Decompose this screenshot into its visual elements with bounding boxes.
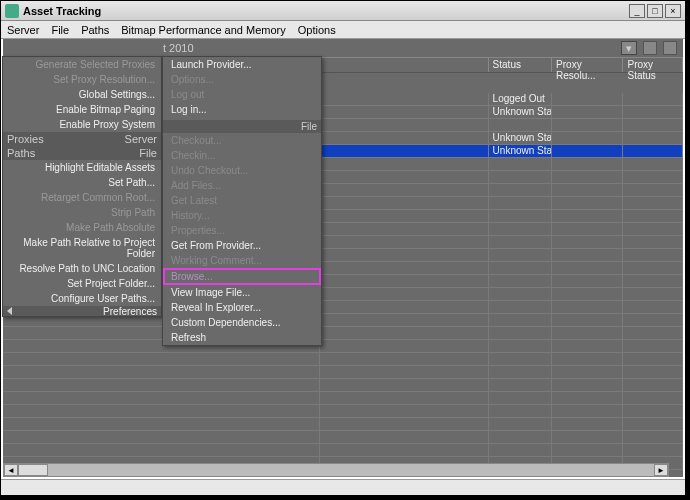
table-cell <box>489 210 552 222</box>
menu-item[interactable]: View Image File... <box>163 285 321 300</box>
column-header[interactable] <box>320 58 489 72</box>
table-cell <box>3 405 320 417</box>
menu-bitmap[interactable]: Bitmap Performance and Memory <box>121 24 285 36</box>
table-row[interactable] <box>3 379 683 392</box>
menu-paths[interactable]: Paths <box>81 24 109 36</box>
menu-footer[interactable]: Preferences <box>3 306 161 316</box>
menu-item[interactable]: Reveal In Explorer... <box>163 300 321 315</box>
menu-item[interactable]: Configure User Paths... <box>3 291 161 306</box>
table-row[interactable] <box>3 392 683 405</box>
horizontal-scrollbar[interactable]: ◄ ► <box>3 463 669 477</box>
help-icon[interactable] <box>643 41 657 55</box>
scroll-track[interactable] <box>48 464 654 476</box>
column-header[interactable]: Status <box>489 58 552 72</box>
table-row[interactable] <box>3 353 683 366</box>
minimize-button[interactable]: _ <box>629 4 645 18</box>
table-row[interactable] <box>3 340 683 353</box>
table-cell <box>320 301 489 313</box>
table-cell <box>552 314 623 326</box>
menu-item[interactable]: Enable Bitmap Paging <box>3 102 161 117</box>
scroll-left-button[interactable]: ◄ <box>4 464 18 476</box>
table-cell <box>552 145 623 157</box>
table-row[interactable] <box>3 327 683 340</box>
table-cell <box>489 366 552 378</box>
menu-item[interactable]: Get From Provider... <box>163 238 321 253</box>
table-cell <box>552 132 623 144</box>
table-cell <box>552 106 623 118</box>
table-cell <box>320 184 489 196</box>
menu-file[interactable]: File <box>51 24 69 36</box>
table-row[interactable] <box>3 444 683 457</box>
table-cell <box>623 132 683 144</box>
table-cell <box>320 418 489 430</box>
table-cell <box>489 379 552 391</box>
table-cell <box>320 171 489 183</box>
menu-item[interactable]: Global Settings... <box>3 87 161 102</box>
table-cell <box>320 132 489 144</box>
table-cell <box>320 275 489 287</box>
menu-item[interactable]: Set Project Folder... <box>3 276 161 291</box>
menu-item: Set Proxy Resolution... <box>3 72 161 87</box>
table-cell <box>552 444 623 456</box>
menu-item-browse[interactable]: Browse... <box>163 268 321 285</box>
menu-server[interactable]: Server <box>7 24 39 36</box>
menu-item[interactable]: Resolve Path to UNC Location <box>3 261 161 276</box>
table-cell <box>320 353 489 365</box>
table-cell <box>623 210 683 222</box>
maximize-button[interactable]: □ <box>647 4 663 18</box>
table-cell <box>489 418 552 430</box>
menu-options[interactable]: Options <box>298 24 336 36</box>
table-row[interactable] <box>3 431 683 444</box>
menu-item[interactable]: Enable Proxy System <box>3 117 161 132</box>
table-cell <box>623 236 683 248</box>
table-cell <box>623 444 683 456</box>
table-cell <box>623 145 683 157</box>
column-header[interactable]: Proxy Resolu... <box>552 58 623 72</box>
table-cell <box>623 366 683 378</box>
table-cell <box>320 236 489 248</box>
table-cell <box>489 275 552 287</box>
menu-item: Add Files... <box>163 178 321 193</box>
section-label: File <box>163 120 321 133</box>
table-cell <box>489 249 552 261</box>
menu-item-preferences[interactable]: Preferences <box>103 306 157 317</box>
table-cell <box>623 119 683 131</box>
table-row[interactable] <box>3 405 683 418</box>
titlebar[interactable]: Asset Tracking _ □ × <box>1 1 685 21</box>
menu-item[interactable]: Launch Provider... <box>163 57 321 72</box>
table-cell <box>623 158 683 170</box>
table-cell <box>320 210 489 222</box>
table-cell <box>320 340 489 352</box>
table-cell: Unknown Sta... <box>489 132 552 144</box>
table-cell <box>552 340 623 352</box>
menu-item: Options... <box>163 72 321 87</box>
table-cell <box>623 392 683 404</box>
close-button[interactable]: × <box>665 4 681 18</box>
breadcrumb-row: t 2010 ▾ <box>3 39 683 57</box>
menu-item: Retarget Common Root... <box>3 190 161 205</box>
table-cell <box>320 327 489 339</box>
menu-item[interactable]: Custom Dependencies... <box>163 315 321 330</box>
menu-item[interactable]: Make Path Relative to Project Folder <box>3 235 161 261</box>
table-cell <box>623 249 683 261</box>
settings-icon[interactable] <box>663 41 677 55</box>
table-cell <box>552 223 623 235</box>
chevron-left-icon <box>7 307 12 315</box>
table-cell <box>489 301 552 313</box>
menu-item[interactable]: Set Path... <box>3 175 161 190</box>
menu-item[interactable]: Log in... <box>163 102 321 117</box>
menu-item[interactable]: Highlight Editable Assets <box>3 160 161 175</box>
dropdown-button[interactable]: ▾ <box>621 41 637 55</box>
table-cell <box>623 223 683 235</box>
table-cell <box>320 119 489 131</box>
menu-item[interactable]: Refresh <box>163 330 321 345</box>
scroll-thumb[interactable] <box>18 464 48 476</box>
table-row[interactable] <box>3 366 683 379</box>
table-cell <box>623 262 683 274</box>
column-header[interactable]: Proxy Status <box>623 58 683 72</box>
table-row[interactable] <box>3 418 683 431</box>
scroll-right-button[interactable]: ► <box>654 464 668 476</box>
table-cell <box>320 262 489 274</box>
section-label: Paths <box>7 147 35 159</box>
context-menu-right: Launch Provider...Options...Log outLog i… <box>162 56 322 346</box>
